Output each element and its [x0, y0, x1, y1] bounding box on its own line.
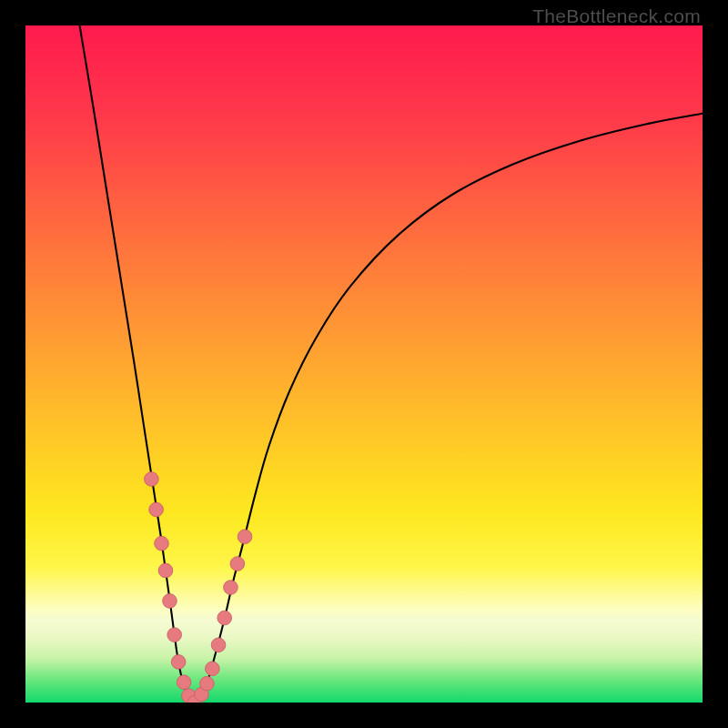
data-marker — [238, 530, 252, 544]
outer-frame: TheBottleneck.com — [0, 0, 728, 728]
data-marker — [171, 655, 186, 670]
data-marker — [163, 594, 177, 609]
data-marker — [206, 662, 220, 676]
marker-group — [145, 472, 252, 703]
curve-left-branch — [80, 25, 195, 703]
data-marker — [177, 675, 191, 690]
curve-right-branch — [195, 114, 703, 703]
data-marker — [167, 628, 182, 642]
data-marker — [145, 472, 159, 487]
data-marker — [158, 563, 173, 578]
watermark-text: TheBottleneck.com — [532, 5, 701, 27]
data-marker — [211, 638, 226, 652]
plot-area — [25, 25, 703, 703]
data-marker — [200, 676, 215, 691]
data-marker — [217, 611, 232, 625]
data-marker — [155, 536, 169, 551]
data-marker — [224, 581, 238, 595]
data-marker — [149, 502, 164, 517]
curve-layer — [25, 25, 703, 703]
data-marker — [230, 557, 245, 571]
